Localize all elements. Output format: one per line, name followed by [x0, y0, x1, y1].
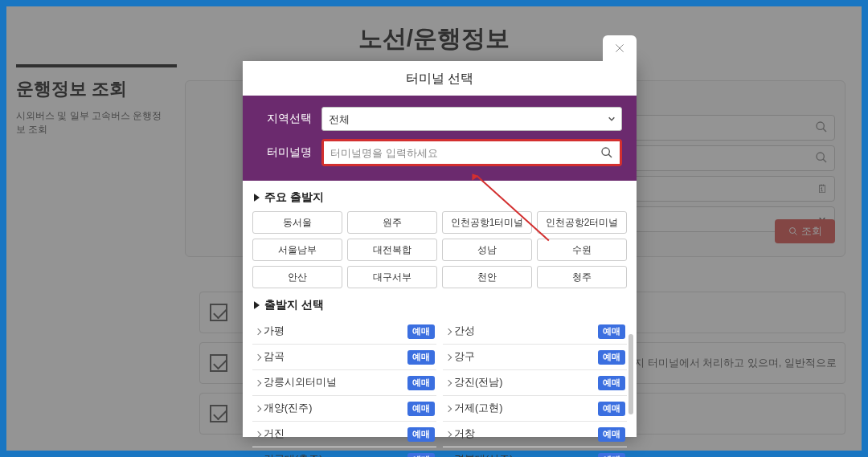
major-departure-chip[interactable]: 수원	[537, 239, 627, 261]
bullet-icon	[254, 301, 260, 309]
major-departure-chip[interactable]: 인천공항2터미널	[537, 211, 627, 234]
terminal-item[interactable]: 건국대(충주)예매	[252, 447, 436, 457]
terminal-item-label: 감곡	[264, 350, 285, 364]
departures-select-heading: 출발지 선택	[243, 288, 637, 319]
major-departures-label: 주요 출발지	[264, 190, 324, 205]
reserve-badge[interactable]: 예매	[598, 350, 625, 365]
terminal-name-input-wrap	[321, 139, 622, 166]
terminal-item-label: 가평	[264, 324, 285, 338]
departures-select-label: 출발지 선택	[264, 298, 324, 312]
search-icon	[600, 146, 613, 159]
reserve-badge[interactable]: 예매	[598, 402, 625, 416]
major-departure-chip[interactable]: 대구서부	[347, 266, 437, 288]
reserve-badge[interactable]: 예매	[407, 324, 435, 339]
chevron-right-icon	[445, 353, 452, 360]
region-select[interactable]: 전체	[321, 107, 622, 131]
chevron-right-icon	[445, 328, 452, 334]
major-departure-chip[interactable]: 성남	[442, 239, 532, 261]
chevron-right-icon	[255, 430, 261, 437]
terminal-item[interactable]: 가평예매	[252, 319, 436, 345]
scrollbar[interactable]	[628, 334, 633, 414]
major-departures-heading: 주요 출발지	[243, 181, 637, 211]
reserve-badge[interactable]: 예매	[598, 453, 625, 458]
terminal-item[interactable]: 경북대(상주)예매	[443, 447, 627, 457]
close-icon	[613, 42, 626, 55]
terminal-item-label: 경북대(상주)	[454, 453, 513, 457]
terminal-item[interactable]: 간성예매	[443, 319, 627, 345]
chevron-right-icon	[445, 405, 452, 411]
bullet-icon	[254, 194, 260, 202]
terminal-item[interactable]: 거제(고현)예매	[443, 396, 627, 422]
modal-title: 터미널 선택	[243, 61, 637, 96]
close-button[interactable]	[603, 35, 637, 61]
svg-point-8	[602, 148, 609, 155]
terminal-name-input[interactable]	[324, 141, 620, 164]
reserve-badge[interactable]: 예매	[407, 376, 435, 390]
terminal-name-label: 터미널명	[257, 145, 321, 160]
major-departures-grid: 동서울원주인천공항1터미널인천공항2터미널서울남부대전복합성남수원안산대구서부천…	[243, 211, 637, 288]
terminal-item[interactable]: 거진예매	[252, 422, 436, 447]
terminal-item[interactable]: 개양(진주)예매	[252, 396, 436, 422]
chevron-right-icon	[255, 379, 261, 386]
terminal-item-label: 거창	[454, 427, 475, 441]
major-departure-chip[interactable]: 천안	[442, 266, 532, 288]
terminal-item-label: 건국대(충주)	[264, 453, 322, 457]
reserve-badge[interactable]: 예매	[598, 324, 625, 339]
terminal-select-modal: 터미널 선택 지역선택 전체 터미널명 주요	[243, 61, 637, 437]
chevron-right-icon	[445, 379, 452, 386]
terminal-item[interactable]: 강구예매	[443, 345, 627, 370]
chevron-right-icon	[255, 405, 261, 411]
reserve-badge[interactable]: 예매	[407, 350, 435, 365]
reserve-badge[interactable]: 예매	[407, 453, 435, 458]
reserve-badge[interactable]: 예매	[407, 402, 435, 416]
terminal-item-label: 강구	[454, 350, 475, 364]
major-departure-chip[interactable]: 원주	[347, 211, 437, 234]
major-departure-chip[interactable]: 청주	[537, 266, 627, 288]
terminal-item[interactable]: 강진(전남)예매	[443, 370, 627, 396]
reserve-badge[interactable]: 예매	[598, 376, 625, 390]
chevron-right-icon	[255, 353, 261, 360]
terminal-item[interactable]: 감곡예매	[252, 345, 436, 370]
region-label: 지역선택	[257, 112, 321, 126]
major-departure-chip[interactable]: 안산	[252, 266, 342, 288]
terminal-item-label: 강진(전남)	[454, 376, 502, 390]
major-departure-chip[interactable]: 서울남부	[252, 239, 342, 261]
major-departure-chip[interactable]: 동서울	[252, 211, 342, 234]
chevron-right-icon	[445, 430, 452, 437]
terminal-item-label: 거진	[264, 427, 285, 441]
terminal-item-label: 강릉시외터미널	[264, 376, 337, 390]
major-departure-chip[interactable]: 대전복합	[347, 239, 437, 261]
terminal-item[interactable]: 강릉시외터미널예매	[252, 370, 436, 396]
terminal-item-label: 개양(진주)	[264, 402, 312, 415]
terminal-item[interactable]: 거창예매	[443, 422, 627, 447]
svg-line-9	[608, 154, 612, 157]
reserve-badge[interactable]: 예매	[598, 427, 625, 442]
terminal-list: 가평예매간성예매감곡예매강구예매강릉시외터미널예매강진(전남)예매개양(진주)예…	[252, 319, 627, 457]
reserve-badge[interactable]: 예매	[407, 427, 435, 442]
terminal-item-label: 간성	[454, 324, 475, 338]
chevron-right-icon	[255, 328, 261, 334]
terminal-item-label: 거제(고현)	[454, 402, 502, 415]
modal-filter-area: 지역선택 전체 터미널명	[243, 96, 637, 181]
